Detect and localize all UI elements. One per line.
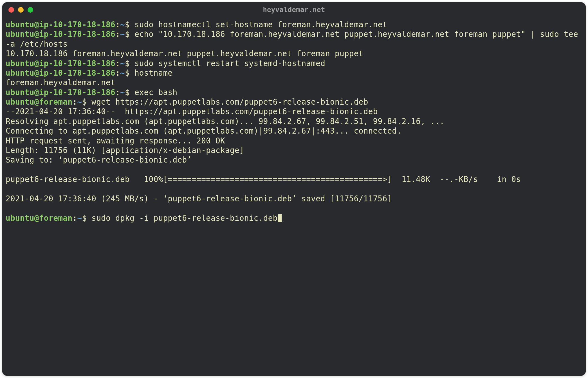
prompt-colon: : xyxy=(72,97,77,106)
terminal-line xyxy=(6,184,582,194)
output-text: puppet6-release-bionic.deb 100%[========… xyxy=(6,175,521,184)
prompt-colon: : xyxy=(115,30,120,39)
prompt-user: ubuntu xyxy=(6,68,34,77)
command-text: hostname xyxy=(134,68,173,77)
output-text: 2021-04-20 17:36:40 (245 MB/s) - ‘puppet… xyxy=(6,194,392,203)
prompt-symbol: $ xyxy=(125,68,130,77)
prompt-symbol: $ xyxy=(125,88,130,97)
prompt-host: foreman xyxy=(39,213,73,222)
prompt-at: @ xyxy=(34,68,39,77)
prompt-host: ip-10-170-18-186 xyxy=(39,68,115,77)
prompt-at: @ xyxy=(34,97,39,106)
terminal-line xyxy=(6,165,582,174)
prompt-at: @ xyxy=(34,88,39,97)
output-text: Connecting to apt.puppetlabs.com (apt.pu… xyxy=(6,126,401,135)
prompt-host: ip-10-170-18-186 xyxy=(39,88,115,97)
terminal-line: ubuntu@ip-10-170-18-186:~$ sudo systemct… xyxy=(6,58,582,68)
terminal-line: ubuntu@foreman:~$ wget https://apt.puppe… xyxy=(6,97,582,107)
terminal-line: Connecting to apt.puppetlabs.com (apt.pu… xyxy=(6,126,582,136)
terminal-line: ubuntu@ip-10-170-18-186:~$ hostname xyxy=(6,68,582,78)
command-text: sudo hostnamectl set-hostname foreman.he… xyxy=(134,20,387,29)
prompt-path: ~ xyxy=(120,68,125,77)
prompt-path: ~ xyxy=(120,59,125,68)
prompt-path: ~ xyxy=(120,88,125,97)
output-text: 10.170.18.186 foreman.heyvaldemar.net pu… xyxy=(6,49,363,58)
prompt-symbol: $ xyxy=(125,59,130,68)
prompt-host: foreman xyxy=(39,97,73,106)
terminal-line: ubuntu@ip-10-170-18-186:~$ exec bash xyxy=(6,87,582,97)
terminal-window: heyvaldemar.net ubuntu@ip-10-170-18-186:… xyxy=(2,2,586,376)
minimize-icon[interactable] xyxy=(18,7,24,13)
terminal-line: foreman.heyvaldemar.net xyxy=(6,78,582,87)
prompt-at: @ xyxy=(34,213,39,222)
close-icon[interactable] xyxy=(8,7,14,13)
prompt-user: ubuntu xyxy=(6,88,34,97)
traffic-lights xyxy=(8,7,33,13)
output-text: foreman.heyvaldemar.net xyxy=(6,78,115,87)
command-text: sudo dpkg -i puppet6-release-bionic.deb xyxy=(91,213,277,222)
command-text: sudo systemctl restart systemd-hostnamed xyxy=(134,59,325,68)
terminal-line: 2021-04-20 17:36:40 (245 MB/s) - ‘puppet… xyxy=(6,194,582,203)
prompt-colon: : xyxy=(115,68,120,77)
prompt-colon: : xyxy=(72,213,77,222)
terminal-line: ubuntu@ip-10-170-18-186:~$ sudo hostname… xyxy=(6,20,582,29)
terminal-line: puppet6-release-bionic.deb 100%[========… xyxy=(6,174,582,184)
prompt-user: ubuntu xyxy=(6,30,34,39)
prompt-at: @ xyxy=(34,30,39,39)
prompt-path: ~ xyxy=(77,97,82,106)
terminal-line: ubuntu@foreman:~$ sudo dpkg -i puppet6-r… xyxy=(6,213,582,223)
prompt-user: ubuntu xyxy=(6,20,34,29)
terminal-line: Length: 11756 (11K) [application/x-debia… xyxy=(6,145,582,155)
prompt-colon: : xyxy=(115,88,120,97)
prompt-host: ip-10-170-18-186 xyxy=(39,20,115,29)
output-text: HTTP request sent, awaiting response... … xyxy=(6,136,225,145)
prompt-user: ubuntu xyxy=(6,59,34,68)
prompt-user: ubuntu xyxy=(6,213,34,222)
titlebar: heyvaldemar.net xyxy=(2,2,586,17)
prompt-colon: : xyxy=(115,20,120,29)
prompt-path: ~ xyxy=(120,20,125,29)
prompt-user: ubuntu xyxy=(6,97,34,106)
maximize-icon[interactable] xyxy=(28,7,33,13)
prompt-path: ~ xyxy=(120,30,125,39)
terminal-line: ubuntu@ip-10-170-18-186:~$ echo "10.170.… xyxy=(6,29,582,49)
prompt-symbol: $ xyxy=(82,97,87,106)
window-title: heyvaldemar.net xyxy=(263,6,325,14)
terminal-line: Saving to: ‘puppet6-release-bionic.deb’ xyxy=(6,155,582,165)
prompt-symbol: $ xyxy=(125,20,130,29)
prompt-host: ip-10-170-18-186 xyxy=(39,30,115,39)
cursor-icon xyxy=(278,214,282,222)
prompt-colon: : xyxy=(115,59,120,68)
terminal-line: Resolving apt.puppetlabs.com (apt.puppet… xyxy=(6,116,582,126)
terminal-line xyxy=(6,203,582,213)
output-text: Resolving apt.puppetlabs.com (apt.puppet… xyxy=(6,117,445,126)
terminal-line: HTTP request sent, awaiting response... … xyxy=(6,136,582,145)
terminal-body[interactable]: ubuntu@ip-10-170-18-186:~$ sudo hostname… xyxy=(2,17,586,376)
terminal-line: --2021-04-20 17:36:40-- https://apt.pupp… xyxy=(6,107,582,116)
output-text: --2021-04-20 17:36:40-- https://apt.pupp… xyxy=(6,107,378,116)
prompt-at: @ xyxy=(34,20,39,29)
prompt-at: @ xyxy=(34,59,39,68)
prompt-path: ~ xyxy=(77,213,82,222)
prompt-symbol: $ xyxy=(82,213,87,222)
terminal-line: 10.170.18.186 foreman.heyvaldemar.net pu… xyxy=(6,49,582,58)
prompt-symbol: $ xyxy=(125,30,130,39)
output-text: Saving to: ‘puppet6-release-bionic.deb’ xyxy=(6,155,192,164)
prompt-host: ip-10-170-18-186 xyxy=(39,59,115,68)
command-text: wget https://apt.puppetlabs.com/puppet6-… xyxy=(91,97,368,106)
output-text: Length: 11756 (11K) [application/x-debia… xyxy=(6,146,244,155)
command-text: exec bash xyxy=(134,88,178,97)
